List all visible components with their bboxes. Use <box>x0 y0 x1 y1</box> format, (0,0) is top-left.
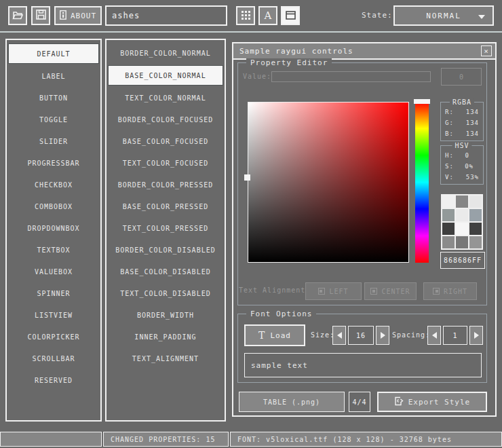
control-window-view-button[interactable] <box>281 6 300 25</box>
properties-list-item[interactable]: TEXT_COLOR_DISABLED <box>108 284 223 303</box>
chevron-right-icon <box>474 332 479 339</box>
chevron-left-icon <box>432 332 437 339</box>
controls-list-item[interactable]: SLIDER <box>8 132 99 151</box>
color-swatch[interactable] <box>442 195 455 208</box>
color-swatch[interactable] <box>469 223 482 235</box>
color-swatch[interactable] <box>456 195 468 208</box>
color-swatch[interactable] <box>469 209 482 221</box>
chevron-right-icon <box>381 332 385 339</box>
window-close-button[interactable]: × <box>481 45 492 56</box>
properties-list-item[interactable]: BORDER_WIDTH <box>108 305 223 324</box>
export-icon <box>394 396 404 408</box>
color-swatch[interactable] <box>456 236 468 248</box>
size-label: Size: <box>311 331 334 339</box>
properties-list-item[interactable]: BASE_COLOR_FOCUSED <box>108 132 223 151</box>
align-left-button[interactable]: LEFT <box>305 282 362 300</box>
load-font-label: Load <box>270 331 291 340</box>
color-picker-selector[interactable] <box>244 174 250 181</box>
properties-list-item[interactable]: TEXT_ALIGNMENT <box>108 349 223 368</box>
properties-list-item[interactable]: BORDER_COLOR_FOCUSED <box>108 110 223 129</box>
value-box[interactable]: 0 <box>441 68 482 86</box>
controls-list-item[interactable]: SCROLLBAR <box>8 349 99 368</box>
properties-list-item[interactable]: TEXT_COLOR_NORMAL <box>108 88 223 107</box>
controls-list-item[interactable]: SPINNER <box>8 284 99 303</box>
properties-list-item[interactable]: TEXT_COLOR_PRESSED <box>108 219 223 238</box>
window-titlebar[interactable]: Sample raygui controls × <box>233 43 495 60</box>
spacing-increase-button[interactable] <box>469 326 483 345</box>
color-swatch[interactable] <box>456 223 468 235</box>
export-pages-value: 4/4 <box>352 398 366 406</box>
controls-list-item[interactable]: VALUEBOX <box>8 262 99 281</box>
statusbar-font-info: FONT: v5loxical.ttf (128 x 128) - 32768 … <box>230 432 502 447</box>
font-options-title: Font Options <box>246 310 316 318</box>
hsv-v-value: 53% <box>466 172 479 183</box>
properties-list-panel: BORDER_COLOR_NORMALBASE_COLOR_NORMALTEXT… <box>105 39 226 422</box>
size-value-box[interactable]: 16 <box>348 326 374 345</box>
properties-list-item[interactable]: BORDER_COLOR_PRESSED <box>108 175 223 194</box>
properties-list-item[interactable]: BASE_COLOR_PRESSED <box>108 197 223 216</box>
color-swatch[interactable] <box>469 236 482 248</box>
align-center-icon <box>370 288 377 295</box>
info-icon <box>60 10 66 22</box>
properties-list-item[interactable]: BASE_COLOR_NORMAL <box>108 65 223 86</box>
controls-list-item[interactable]: RESERVED <box>8 371 99 390</box>
rgba-b-value: 134 <box>466 128 479 139</box>
size-value: 16 <box>356 332 366 339</box>
controls-list-item[interactable]: COLORPICKER <box>8 327 99 346</box>
export-style-button[interactable]: Export Style <box>377 392 487 412</box>
controls-list-item[interactable]: TOGGLE <box>8 110 99 129</box>
controls-list-item[interactable]: COMBOBOX <box>8 197 99 216</box>
value-slider[interactable] <box>271 71 431 82</box>
hex-color-box[interactable]: 868686FF <box>440 252 485 269</box>
sample-text-input[interactable]: sample text <box>244 353 482 377</box>
folder-open-icon <box>12 10 23 22</box>
color-swatch[interactable] <box>469 195 482 208</box>
font-info-text: FONT: v5loxical.ttf (128 x 128) - 32768 … <box>237 436 452 443</box>
rgba-b-label: B: <box>445 128 454 139</box>
align-center-label: CENTER <box>381 288 410 295</box>
properties-list-item[interactable]: INNER_PADDING <box>108 327 223 346</box>
spacing-decrease-button[interactable] <box>427 326 441 345</box>
hsv-h-label: H: <box>445 150 454 161</box>
controls-list-item[interactable]: DROPDOWNBOX <box>8 219 99 238</box>
align-right-label: RIGHT <box>444 288 467 295</box>
rgba-group: RGBA R: 134 G: 134 B: 134 <box>440 102 484 141</box>
font-atlas-button[interactable]: A <box>258 6 277 25</box>
controls-list-item[interactable]: TEXTBOX <box>8 240 99 259</box>
load-font-button[interactable]: T Load <box>244 324 305 346</box>
hue-selector[interactable] <box>414 99 430 104</box>
open-style-button[interactable] <box>8 6 27 25</box>
style-table-view-button[interactable] <box>236 6 255 25</box>
save-style-button[interactable] <box>31 6 50 25</box>
hex-color-value: 868686FF <box>444 257 482 264</box>
style-name-input[interactable] <box>105 5 227 26</box>
align-center-button[interactable]: CENTER <box>364 282 417 300</box>
spacing-value-box[interactable]: 1 <box>443 326 467 345</box>
controls-list-item[interactable]: LABEL <box>8 67 99 86</box>
align-right-button[interactable]: RIGHT <box>423 282 477 300</box>
controls-list-panel: DEFAULTLABELBUTTONTOGGLESLIDERPROGRESSBA… <box>5 39 102 422</box>
export-pages-box[interactable]: 4/4 <box>349 392 370 412</box>
about-button[interactable]: ABOUT <box>54 6 102 25</box>
hue-bar[interactable] <box>415 102 429 263</box>
properties-list-item[interactable]: BORDER_COLOR_DISABLED <box>108 240 223 259</box>
controls-list-item[interactable]: CHECKBOX <box>8 175 99 194</box>
toolbar: ABOUT A State: NORMAL <box>0 0 502 33</box>
controls-list-item[interactable]: LISTVIEW <box>8 305 99 324</box>
controls-list-item[interactable]: DEFAULT <box>8 43 99 64</box>
color-swatch[interactable] <box>442 236 455 248</box>
properties-list-item[interactable]: TEXT_COLOR_FOCUSED <box>108 153 223 172</box>
size-increase-button[interactable] <box>376 326 389 345</box>
controls-list-item[interactable]: BUTTON <box>8 88 99 107</box>
color-swatch[interactable] <box>456 209 468 221</box>
color-swatch[interactable] <box>442 223 455 235</box>
size-decrease-button[interactable] <box>332 326 346 345</box>
properties-list-item[interactable]: BORDER_COLOR_NORMAL <box>108 43 223 62</box>
color-swatch[interactable] <box>442 209 455 221</box>
export-format-dropdown[interactable]: TABLE (.png) <box>239 392 345 412</box>
state-dropdown[interactable]: NORMAL <box>393 5 494 26</box>
color-picker-area[interactable] <box>248 102 409 263</box>
properties-list-item[interactable]: BASE_COLOR_DISABLED <box>108 262 223 281</box>
export-format-label: TABLE (.png) <box>263 398 320 406</box>
controls-list-item[interactable]: PROGRESSBAR <box>8 153 99 172</box>
